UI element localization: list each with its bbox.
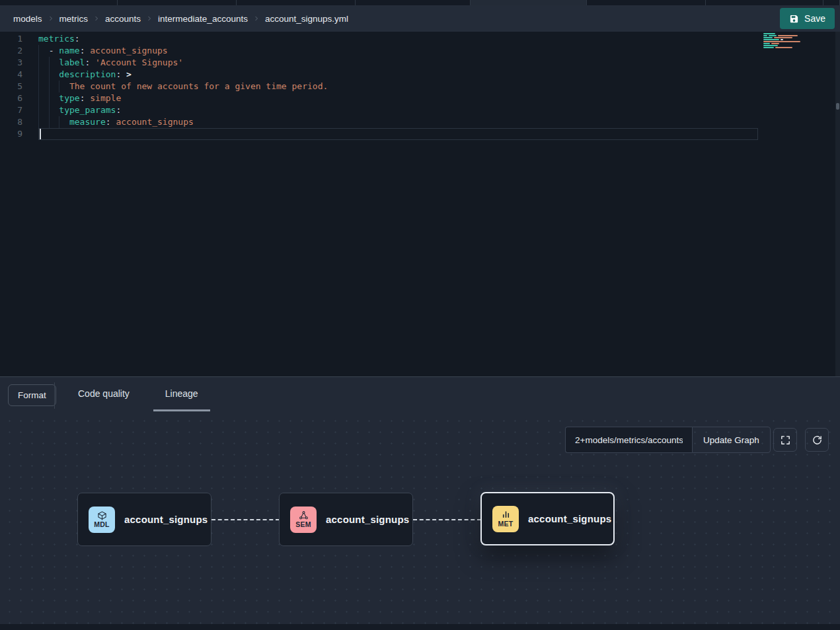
- line-number: 7: [0, 104, 22, 116]
- indent-guide: [49, 81, 50, 92]
- line-number: 2: [0, 45, 22, 57]
- fullscreen-icon: [780, 435, 791, 446]
- chevron-right-icon: [93, 15, 100, 22]
- code-lines: 1metrics:2 - name: account_signups3 labe…: [0, 32, 840, 140]
- scrollbar-thumb[interactable]: [836, 103, 839, 110]
- line-number: 4: [0, 69, 22, 81]
- code-text: measure: account_signups: [38, 116, 840, 128]
- bar-chart-icon: [501, 510, 511, 520]
- node-badge-label: MDL: [94, 521, 110, 528]
- breadcrumb-item[interactable]: account_signups.yml: [265, 14, 348, 24]
- code-line[interactable]: 9: [0, 128, 840, 140]
- code-line[interactable]: 5 The count of new accounts for a given …: [0, 81, 840, 92]
- node-badge: MET: [492, 506, 519, 532]
- chevron-right-icon: [145, 15, 153, 22]
- save-button[interactable]: Save: [780, 8, 835, 29]
- indent-guide: [38, 104, 39, 116]
- lineage-node-met[interactable]: METaccount_signups: [480, 492, 615, 545]
- update-graph-button[interactable]: Update Graph: [692, 427, 771, 453]
- code-text: [38, 128, 840, 140]
- format-button[interactable]: Format: [8, 384, 56, 406]
- breadcrumb-item[interactable]: models: [13, 14, 42, 24]
- node-label: account_signups: [124, 514, 208, 525]
- indent-guide: [38, 69, 39, 81]
- code-text: metrics:: [38, 33, 840, 45]
- refresh-button[interactable]: [805, 428, 829, 452]
- code-line[interactable]: 6 type: simple: [0, 92, 840, 104]
- node-label: account_signups: [326, 514, 409, 525]
- code-editor[interactable]: 1metrics:2 - name: account_signups3 labe…: [0, 32, 840, 376]
- line-number: 9: [0, 128, 22, 140]
- code-line[interactable]: 7 type_params:: [0, 104, 840, 116]
- code-text: description: >: [38, 69, 840, 81]
- bottom-panel: Format Code qualityLineage Update Graph …: [0, 376, 840, 630]
- file-tab[interactable]: [356, 0, 471, 5]
- breadcrumb-item[interactable]: intermediate_accounts: [158, 14, 248, 24]
- indent-guide: [49, 116, 50, 128]
- indent-guide: [59, 81, 59, 92]
- file-tab[interactable]: [587, 0, 706, 5]
- text-cursor: [40, 129, 41, 139]
- breadcrumb-bar: modelsmetricsaccountsintermediate_accoun…: [0, 5, 840, 32]
- file-tab-strip: [0, 0, 840, 5]
- panel-divider: [54, 382, 55, 409]
- file-tab[interactable]: [471, 0, 587, 5]
- breadcrumb: modelsmetricsaccountsintermediate_accoun…: [13, 14, 348, 24]
- indent-guide: [49, 69, 50, 81]
- indent-guide: [49, 92, 50, 104]
- node-badge-label: SEM: [295, 521, 311, 528]
- lineage-edge: [413, 519, 481, 520]
- file-tab[interactable]: [823, 0, 840, 5]
- code-text: The count of new accounts for a given ti…: [38, 81, 840, 92]
- floppy-icon: [789, 14, 799, 24]
- file-tab[interactable]: [118, 0, 237, 5]
- line-number: 3: [0, 57, 22, 69]
- node-badge: MDL: [89, 507, 115, 533]
- indent-guide: [38, 57, 39, 69]
- code-line[interactable]: 4 description: >: [0, 69, 840, 81]
- ide-window: modelsmetricsaccountsintermediate_accoun…: [0, 0, 840, 630]
- tab-lineage[interactable]: Lineage: [153, 377, 210, 411]
- lineage-node-mdl[interactable]: MDLaccount_signups: [77, 493, 211, 546]
- code-text: type: simple: [38, 92, 840, 104]
- node-badge: SEM: [290, 507, 317, 533]
- file-tab[interactable]: [237, 0, 356, 5]
- panel-bottom-strip: [0, 624, 840, 630]
- network-icon: [299, 510, 309, 520]
- indent-guide: [49, 57, 50, 69]
- editor-scrollbar[interactable]: [835, 32, 840, 376]
- refresh-icon: [812, 435, 823, 446]
- line-number: 6: [0, 92, 22, 104]
- indent-guide: [38, 92, 39, 104]
- lineage-selector-input[interactable]: [565, 427, 692, 453]
- file-tab[interactable]: [706, 0, 823, 5]
- save-label: Save: [804, 13, 825, 24]
- indent-guide: [59, 116, 59, 128]
- code-line[interactable]: 2 - name: account_signups: [0, 45, 840, 57]
- line-number: 1: [0, 33, 22, 45]
- file-tab[interactable]: [0, 0, 118, 5]
- code-text: - name: account_signups: [38, 45, 840, 57]
- lineage-selector-group: Update Graph: [565, 427, 771, 453]
- code-line[interactable]: 1metrics:: [0, 33, 840, 45]
- chevron-right-icon: [47, 15, 55, 22]
- code-text: type_params:: [38, 104, 840, 116]
- cube-icon: [97, 510, 107, 520]
- indent-guide: [49, 104, 50, 116]
- breadcrumb-item[interactable]: metrics: [59, 14, 89, 24]
- indent-guide: [38, 81, 39, 92]
- code-line[interactable]: 8 measure: account_signups: [0, 116, 840, 128]
- line-number: 5: [0, 81, 22, 92]
- code-text: label: 'Account Signups': [38, 57, 840, 69]
- minimap[interactable]: [763, 33, 833, 59]
- lineage-node-sem[interactable]: SEMaccount_signups: [279, 493, 413, 546]
- fullscreen-button[interactable]: [773, 428, 797, 452]
- indent-guide: [38, 45, 39, 57]
- line-number: 8: [0, 116, 22, 128]
- tab-code-quality[interactable]: Code quality: [66, 377, 141, 411]
- breadcrumb-item[interactable]: accounts: [105, 14, 141, 24]
- chevron-right-icon: [252, 15, 260, 22]
- lineage-edge: [211, 519, 280, 520]
- indent-guide: [38, 116, 39, 128]
- code-line[interactable]: 3 label: 'Account Signups': [0, 57, 840, 69]
